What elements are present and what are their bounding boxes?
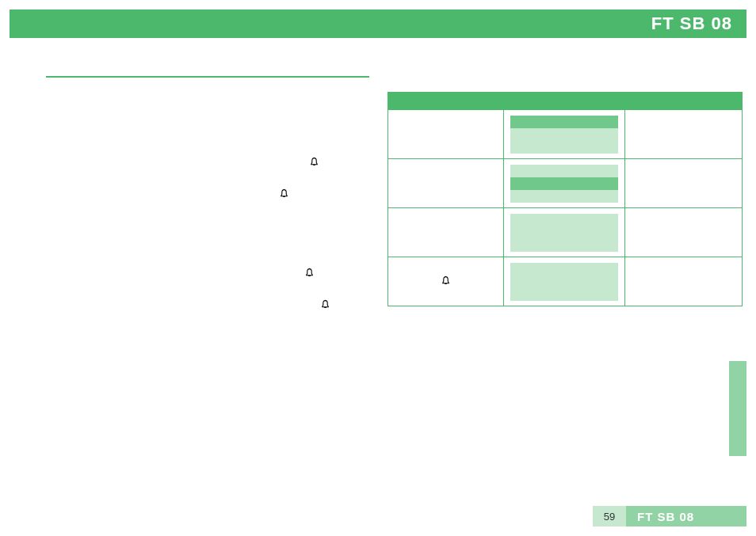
color-swatch bbox=[510, 214, 618, 226]
color-swatch bbox=[510, 239, 618, 252]
table-cell bbox=[388, 159, 504, 208]
color-swatch bbox=[510, 276, 618, 288]
list-item bbox=[46, 250, 369, 266]
section-divider bbox=[46, 76, 369, 78]
list-item bbox=[46, 108, 369, 124]
color-swatch bbox=[510, 141, 618, 154]
bell-icon bbox=[279, 188, 289, 199]
left-bullet-list bbox=[46, 92, 369, 314]
bell-icon bbox=[309, 157, 319, 167]
list-item bbox=[46, 203, 369, 219]
swatch-stack bbox=[510, 165, 618, 203]
list-item bbox=[46, 92, 369, 108]
list-item bbox=[46, 219, 369, 234]
table-header-bar bbox=[388, 92, 743, 109]
table-cell bbox=[388, 110, 504, 159]
list-item bbox=[46, 187, 369, 203]
page-title: FT SB 08 bbox=[651, 13, 732, 34]
swatch-stack bbox=[510, 263, 618, 301]
table-cell bbox=[504, 208, 625, 257]
list-item bbox=[46, 155, 369, 171]
bell-icon bbox=[441, 275, 451, 289]
table-cell bbox=[625, 257, 743, 306]
table-row bbox=[388, 159, 743, 208]
list-item bbox=[46, 234, 369, 250]
table-row bbox=[388, 257, 743, 306]
table-cell bbox=[625, 208, 743, 257]
color-swatch bbox=[510, 177, 618, 190]
page-number: 59 bbox=[593, 506, 626, 526]
table-cell bbox=[504, 257, 625, 306]
left-column bbox=[46, 76, 369, 314]
side-tab bbox=[729, 361, 746, 456]
header-bar: FT SB 08 bbox=[10, 10, 746, 38]
table-cell bbox=[625, 159, 743, 208]
table-cell bbox=[504, 159, 625, 208]
color-swatch bbox=[510, 288, 618, 301]
table-cell bbox=[625, 110, 743, 159]
list-item bbox=[46, 266, 369, 282]
swatch-stack bbox=[510, 116, 618, 154]
color-swatch bbox=[510, 263, 618, 276]
table-row bbox=[388, 110, 743, 159]
bell-icon bbox=[320, 299, 330, 310]
color-swatch bbox=[510, 226, 618, 239]
color-swatch bbox=[510, 165, 618, 177]
table-cell bbox=[388, 257, 504, 306]
table-row bbox=[388, 208, 743, 257]
list-item bbox=[46, 139, 369, 155]
table-cell bbox=[504, 110, 625, 159]
data-table bbox=[388, 109, 743, 306]
list-item bbox=[46, 171, 369, 187]
bell-icon bbox=[304, 268, 315, 278]
swatch-stack bbox=[510, 214, 618, 252]
right-panel bbox=[388, 92, 743, 306]
table-cell bbox=[388, 208, 504, 257]
page-section-label: FT SB 08 bbox=[626, 506, 746, 526]
color-swatch bbox=[510, 128, 618, 141]
color-swatch bbox=[510, 190, 618, 203]
page-indicator: 59 FT SB 08 bbox=[593, 506, 746, 526]
list-item bbox=[46, 282, 369, 298]
list-item bbox=[46, 124, 369, 139]
color-swatch bbox=[510, 116, 618, 128]
footer-bar: 59 FT SB 08 bbox=[10, 506, 746, 526]
list-item bbox=[46, 298, 369, 314]
